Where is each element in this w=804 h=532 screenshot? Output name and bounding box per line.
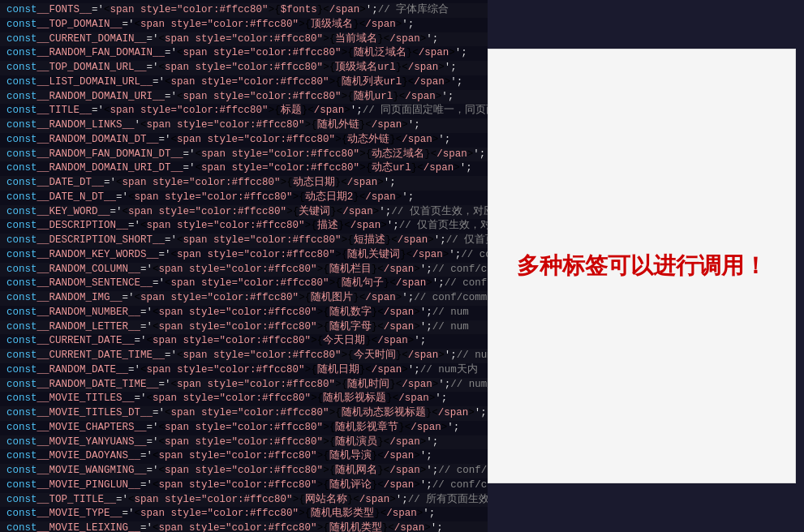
code-line: const __TOP_TITLE__ = '<span style="colo… bbox=[0, 493, 488, 508]
code-line: const __RANDOM_LETTER__ = '<span style="… bbox=[0, 320, 488, 335]
code-line: const __KEY_WORD__ = '<span style="color… bbox=[0, 205, 488, 220]
code-line: const __MOVIE_YANYUANS__ = '<span style=… bbox=[0, 435, 488, 450]
code-line: const __TOP_DOMAIN__ = '<span style="col… bbox=[0, 18, 488, 32]
code-line: const __RANDOM_FAN_DOMAIN__ = '<span sty… bbox=[0, 46, 488, 61]
code-line: const __DESCRIPTION_SHORT__ = '<span sty… bbox=[0, 234, 488, 248]
right-panel: 多种标签可以进行调用！ bbox=[488, 49, 796, 483]
code-line: const __RANDOM_DOMAIN_DT__ = '<span styl… bbox=[0, 133, 488, 148]
code-line: const __RANDOM_COLUMN__ = '<span style="… bbox=[0, 263, 488, 277]
code-line: const __MOVIE_WANGMING__ = '<span style=… bbox=[0, 464, 488, 478]
code-line: const __DESCRIPTION__ = '<span style="co… bbox=[0, 219, 488, 234]
code-line: const __RANDOM_SENTENCE__ = '<span style… bbox=[0, 277, 488, 291]
code-line: const __MOVIE_LEIXING__ = '<span style="… bbox=[0, 521, 488, 532]
code-line: const __TITLE__ = '<span style="color:#f… bbox=[0, 104, 488, 118]
code-line: const __MOVIE_TITLES_DT__ = '<span style… bbox=[0, 406, 488, 421]
code-line: const __MOVIE_DAOYANS__ = '<span style="… bbox=[0, 449, 488, 464]
code-line: const __RANDOM_DATE__ = '<span style="co… bbox=[0, 363, 488, 378]
code-line: const __TOP_DOMAIN_URL__ = '<span style=… bbox=[0, 61, 488, 75]
code-panel: const __FONTS__ = '<span style="color:#f… bbox=[0, 0, 488, 532]
code-line: const __CURRENT_DATE_TIME__ = '<span sty… bbox=[0, 349, 488, 363]
code-line: const __RANDOM_FAN_DOMAIN_DT__ = '<span … bbox=[0, 148, 488, 162]
code-line: const __RANDOM_NUMBER__ = '<span style="… bbox=[0, 306, 488, 320]
code-line: const __CURRENT_DATE__ = '<span style="c… bbox=[0, 334, 488, 349]
code-line: const __RANDOM_DOMAIN_URI__ = '<span sty… bbox=[0, 90, 488, 105]
code-line: const __RANDOM_DOMAIN_URI_DT__ = '<span … bbox=[0, 161, 488, 176]
code-line: const __RANDOM_LINKS__ '<span style="col… bbox=[0, 118, 488, 133]
code-line: const __MOVIE_PINGLUN__ = '<span style="… bbox=[0, 478, 488, 493]
code-line: const __MOVIE_TITLES__ = '<span style="c… bbox=[0, 392, 488, 406]
code-line: const __MOVIE_TYPE__ = '<span style="col… bbox=[0, 507, 488, 521]
code-line: const __LIST_DOMAIN_URL__ = '<span style… bbox=[0, 75, 488, 90]
code-line: const __CURRENT_DOMAIN__ = '<span style=… bbox=[0, 32, 488, 47]
code-line: const __DATE_N_DT__ = '<span style="colo… bbox=[0, 191, 488, 205]
code-line: const __RANDOM_KEY_WORDS__ = '<span styl… bbox=[0, 248, 488, 263]
code-line: const __DATE_DT__ = '<span style="color:… bbox=[0, 176, 488, 191]
code-line: const __FONTS__ = '<span style="color:#f… bbox=[0, 3, 488, 18]
code-line: const __RANDOM_DATE_TIME__ = '<span styl… bbox=[0, 378, 488, 393]
code-line: const __RANDOM_IMG__ = '<span style="col… bbox=[0, 291, 488, 306]
code-line: const __MOVIE_CHAPTERS__ = '<span style=… bbox=[0, 421, 488, 435]
right-panel-text: 多种标签可以进行调用！ bbox=[517, 249, 767, 283]
